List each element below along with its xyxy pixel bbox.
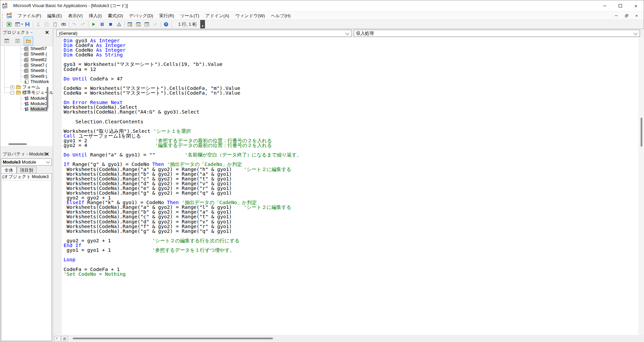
procedure-view-button[interactable] — [54, 336, 61, 341]
properties-object-dropdown[interactable]: Module3 Module — [1, 158, 52, 166]
sheet-icon — [24, 74, 29, 79]
object-dropdown[interactable]: (General) — [56, 30, 352, 37]
object-browser-button[interactable] — [143, 20, 151, 28]
code-line: CodeNo = Worksheets("マスターシート").Cells(Cod… — [64, 86, 302, 91]
code-line: Worksheets(CodeNa).Range("A4:G" & gyo3).… — [64, 109, 302, 114]
break-button[interactable] — [98, 20, 107, 28]
reset-button[interactable] — [107, 20, 115, 28]
view-object-button[interactable] — [13, 36, 22, 45]
code-vertical-scrollbar-thumb[interactable] — [641, 118, 642, 147]
find-button[interactable] — [60, 20, 68, 28]
tree-connector — [21, 109, 24, 110]
full-module-view-button[interactable] — [62, 336, 68, 341]
redo-button[interactable] — [79, 20, 87, 28]
code-horizontal-scrollbar[interactable] — [68, 335, 644, 342]
mdi-window-controls: × — [614, 14, 639, 18]
menu-format[interactable]: 書式(O) — [105, 12, 126, 19]
toolbox-button[interactable] — [151, 20, 160, 28]
toggle-folders-button[interactable] — [24, 36, 33, 45]
project-explorer-button[interactable] — [126, 20, 134, 28]
project-tree-vertical-scrollbar[interactable] — [47, 87, 48, 109]
undo-button[interactable] — [70, 20, 79, 28]
code-line: On Error Resume Next — [64, 100, 302, 105]
menu-edit[interactable]: 編集(E) — [44, 12, 65, 19]
menu-bar: ファイル(F)編集(E)表示(V)挿入(I)書式(O)デバッグ(D)実行(R)ツ… — [0, 11, 644, 20]
view-excel-button[interactable] — [5, 20, 13, 28]
paste-button[interactable] — [51, 20, 60, 28]
code-editor[interactable]: Dim gyo3 As IntegerDim CodeFa As Integer… — [53, 38, 644, 335]
tree-item-module3[interactable]: Module3 — [0, 106, 53, 112]
tab-alphabetic[interactable]: 全体 — [1, 167, 17, 174]
code-line: Call ユーザーフォーム1を閉じる — [64, 133, 302, 138]
tree-item-forms-folder[interactable]: +フォーム — [0, 84, 53, 90]
menu-view[interactable]: 表示(V) — [65, 12, 86, 19]
mdi-minimize-button[interactable] — [614, 14, 619, 18]
menu-addins[interactable]: アドイン(A) — [202, 12, 232, 19]
sheet-icon — [24, 46, 29, 51]
code-line: Selection.ClearContents — [64, 119, 302, 124]
minimize-button[interactable] — [597, 0, 613, 11]
code-vertical-scrollbar[interactable] — [639, 38, 644, 335]
chevron-down-icon — [46, 160, 50, 163]
tree-item-sheet62[interactable]: Sheet62 — [0, 57, 53, 63]
procedure-dropdown[interactable]: 収入処理 — [354, 30, 640, 37]
tree-item-module2[interactable]: Module2 — [0, 101, 53, 106]
tree-connector — [21, 49, 24, 49]
properties-grid: (オブジェクト名) Module3 — [1, 173, 52, 341]
maximize-button[interactable] — [613, 0, 628, 11]
code-horizontal-scrollbar-thumb[interactable] — [73, 338, 273, 339]
collapse-icon[interactable]: - — [10, 91, 14, 95]
tree-item-thisworkbook[interactable]: ThisWork — [0, 79, 53, 84]
properties-window-button[interactable] — [134, 20, 143, 28]
tree-item-module1[interactable]: Module1 — [0, 96, 53, 101]
tree-item-modules-folder[interactable]: -標準モジュール — [0, 90, 53, 95]
sheet-icon — [24, 68, 29, 73]
project-panel-toolbar — [0, 36, 53, 46]
properties-panel-close-button[interactable]: × — [44, 151, 50, 157]
insert-userform-button-dropdown-arrow[interactable]: ▼ — [21, 23, 23, 25]
tree-item-sheet8[interactable]: Sheet8 ( — [0, 68, 53, 73]
code-line: Worksheets(CodeNa).Range("c" & gyo2) = R… — [64, 214, 302, 219]
property-row[interactable]: (オブジェクト名) Module3 — [1, 174, 51, 180]
help-button[interactable]: ? — [162, 20, 170, 28]
mdi-restore-button[interactable] — [624, 14, 629, 18]
mdi-close-button[interactable]: × — [634, 14, 639, 18]
tree-item-label: Sheet57 — [30, 46, 47, 51]
code-line: If Range("g" & gyo1) = CodeNo Then '抽出デー… — [64, 162, 302, 167]
run-button[interactable] — [90, 20, 98, 28]
tree-connector — [4, 93, 10, 93]
insert-userform-button[interactable] — [13, 20, 22, 28]
menu-insert[interactable]: 挿入(I) — [86, 12, 105, 19]
menu-run[interactable]: 実行(R) — [156, 12, 177, 19]
tree-item-sheet9[interactable]: Sheet9 (. — [0, 74, 53, 79]
view-code-button[interactable] — [2, 36, 12, 45]
toolbar-separator — [124, 21, 125, 27]
tree-item-sheet57[interactable]: Sheet57 — [0, 46, 53, 51]
copy-button[interactable] — [43, 20, 51, 28]
menubar-gripper[interactable] — [2, 13, 4, 19]
close-button[interactable]: × — [628, 0, 644, 11]
menu-window[interactable]: ウィンドウ(W) — [232, 12, 268, 19]
menu-tools[interactable]: ツール(T) — [177, 12, 202, 19]
tree-item-sheet7[interactable]: Sheet7 ( — [0, 63, 53, 68]
tab-categorized[interactable]: 項目別 — [17, 167, 37, 174]
menu-file[interactable]: ファイル(F) — [15, 12, 44, 19]
expand-icon[interactable]: + — [10, 86, 14, 89]
toolbar-buttons: ▼? — [5, 20, 170, 28]
code-line: Do Until CodeFa > 47 — [64, 76, 302, 81]
code-line: Dim CodeNo As Integer — [64, 48, 302, 52]
cut-button[interactable] — [34, 20, 43, 28]
tree-connector — [21, 104, 24, 104]
save-button[interactable] — [23, 20, 32, 28]
code-line: 'Set CodeNo = Nothing — [64, 272, 302, 276]
project-panel-close-button[interactable]: × — [44, 29, 50, 36]
project-tree-horizontal-scrollbar[interactable] — [8, 143, 27, 145]
menu-help[interactable]: ヘルプ(H) — [268, 12, 294, 19]
tree-item-sheet6[interactable]: Sheet6 ( — [0, 51, 53, 57]
toolbar-options-button[interactable]: ▼ — [200, 20, 205, 28]
design-mode-button[interactable] — [115, 20, 123, 28]
code-line — [64, 115, 302, 119]
module-icon — [24, 107, 29, 112]
toolbar-gripper[interactable] — [2, 22, 4, 27]
menu-debug[interactable]: デバッグ(D) — [126, 12, 156, 19]
